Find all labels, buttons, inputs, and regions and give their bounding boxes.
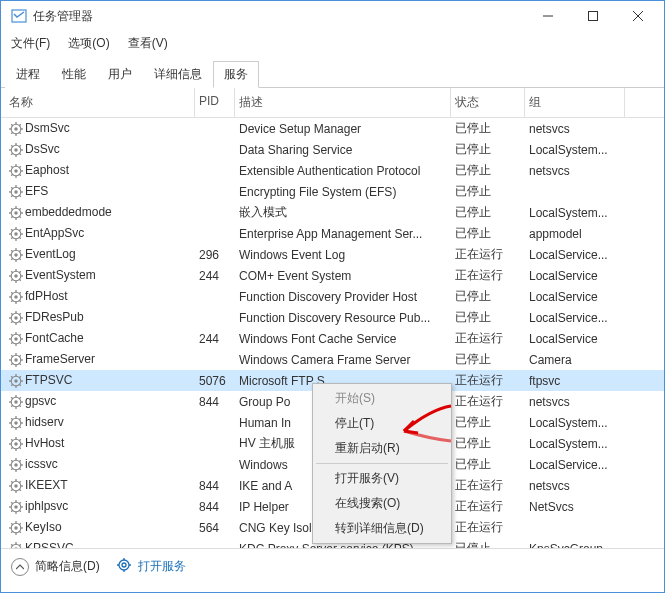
service-group: LocalService [525,288,625,306]
service-group: appmodel [525,225,625,243]
minimize-button[interactable] [525,1,570,31]
menubar: 文件(F) 选项(O) 查看(V) [1,31,664,56]
col-header-desc[interactable]: 描述 [235,88,451,117]
table-row[interactable]: DsSvcData Sharing Service已停止LocalSystem.… [1,139,664,160]
close-button[interactable] [615,1,660,31]
tab-2[interactable]: 用户 [97,61,143,88]
col-header-status[interactable]: 状态 [451,88,525,117]
service-pid [195,190,235,194]
service-pid [195,463,235,467]
service-group: NetSvcs [525,498,625,516]
svg-line-72 [19,258,21,260]
svg-line-151 [11,418,13,420]
service-status: 正在运行 [451,391,525,412]
footer: 简略信息(D) 打开服务 [1,548,664,584]
service-pid: 844 [195,477,235,495]
table-row[interactable]: EaphostExtensible Authentication Protoco… [1,160,664,181]
service-pid [195,127,235,131]
context-menu-item[interactable]: 转到详细信息(D) [315,516,449,541]
col-header-pid[interactable]: PID [195,88,235,117]
window-title: 任务管理器 [33,8,525,25]
table-header: 名称 PID 描述 状态 组 [1,88,664,118]
svg-line-143 [11,405,13,407]
svg-line-204 [19,523,21,525]
context-menu-item[interactable]: 在线搜索(O) [315,491,449,516]
svg-line-193 [11,510,13,512]
service-status: 已停止 [451,202,525,223]
gear-icon [9,206,23,220]
service-name: hidserv [5,413,195,432]
service-name: EventSystem [5,266,195,285]
table-row[interactable]: FrameServerWindows Camera Frame Server已停… [1,349,664,370]
svg-line-202 [19,531,21,533]
service-desc: COM+ Event System [235,267,451,285]
tab-1[interactable]: 性能 [51,61,97,88]
svg-line-31 [11,166,13,168]
tab-0[interactable]: 进程 [5,61,51,88]
brief-info-button[interactable]: 简略信息(D) [11,558,100,576]
svg-point-116 [14,358,18,362]
svg-line-184 [19,481,21,483]
menu-view[interactable]: 查看(V) [124,33,172,54]
gear-icon [9,227,23,241]
service-name: DsSvc [5,140,195,159]
service-status: 已停止 [451,181,525,202]
table-row[interactable]: FontCache244Windows Font Cache Service正在… [1,328,664,349]
svg-line-194 [19,502,21,504]
svg-line-201 [11,523,13,525]
service-group: Camera [525,351,625,369]
service-status: 已停止 [451,160,525,181]
svg-point-196 [14,526,18,530]
svg-line-121 [11,355,13,357]
context-menu-item[interactable]: 停止(T) [315,411,449,436]
table-row[interactable]: EventLog296Windows Event Log正在运行LocalSer… [1,244,664,265]
svg-line-102 [19,321,21,323]
service-status: 已停止 [451,286,525,307]
menu-options[interactable]: 选项(O) [64,33,113,54]
service-pid: 244 [195,267,235,285]
tab-4[interactable]: 服务 [213,61,259,88]
service-name: icssvc [5,455,195,474]
table-row[interactable]: EntAppSvcEnterprise App Management Ser..… [1,223,664,244]
table-row[interactable]: fdPHostFunction Discovery Provider Host已… [1,286,664,307]
gear-icon [116,557,132,576]
table-row[interactable]: embeddedmode嵌入模式已停止LocalSystem... [1,202,664,223]
svg-line-103 [11,321,13,323]
svg-line-42 [19,195,21,197]
tab-3[interactable]: 详细信息 [143,61,213,88]
svg-point-216 [122,563,126,567]
svg-point-176 [14,484,18,488]
svg-line-71 [11,250,13,252]
table-row[interactable]: EventSystem244COM+ Event System正在运行Local… [1,265,664,286]
context-menu-item[interactable]: 重新启动(R) [315,436,449,461]
service-pid [195,148,235,152]
service-group: LocalService [525,330,625,348]
service-status: 已停止 [451,538,525,548]
svg-line-93 [11,300,13,302]
maximize-button[interactable] [570,1,615,31]
service-desc: Data Sharing Service [235,141,451,159]
gear-icon [9,164,23,178]
svg-point-126 [14,379,18,383]
svg-point-16 [14,148,18,152]
context-menu-item[interactable]: 打开服务(V) [315,466,449,491]
svg-line-192 [19,510,21,512]
gear-icon [9,500,23,514]
svg-line-101 [11,313,13,315]
context-menu: 开始(S)停止(T)重新启动(R)打开服务(V)在线搜索(O)转到详细信息(D) [312,383,452,544]
col-header-group[interactable]: 组 [525,88,625,117]
svg-line-112 [19,342,21,344]
service-status: 已停止 [451,454,525,475]
menu-file[interactable]: 文件(F) [7,33,54,54]
svg-point-186 [14,505,18,509]
service-pid [195,316,235,320]
table-row[interactable]: EFSEncrypting File System (EFS)已停止 [1,181,664,202]
col-header-name[interactable]: 名称 [5,88,195,117]
svg-point-215 [119,560,129,570]
svg-line-164 [19,439,21,441]
svg-line-82 [19,279,21,281]
table-row[interactable]: DsmSvcDevice Setup Manager已停止netsvcs [1,118,664,139]
open-services-link[interactable]: 打开服务 [116,557,186,576]
table-row[interactable]: FDResPubFunction Discovery Resource Pub.… [1,307,664,328]
gear-icon [9,542,23,548]
